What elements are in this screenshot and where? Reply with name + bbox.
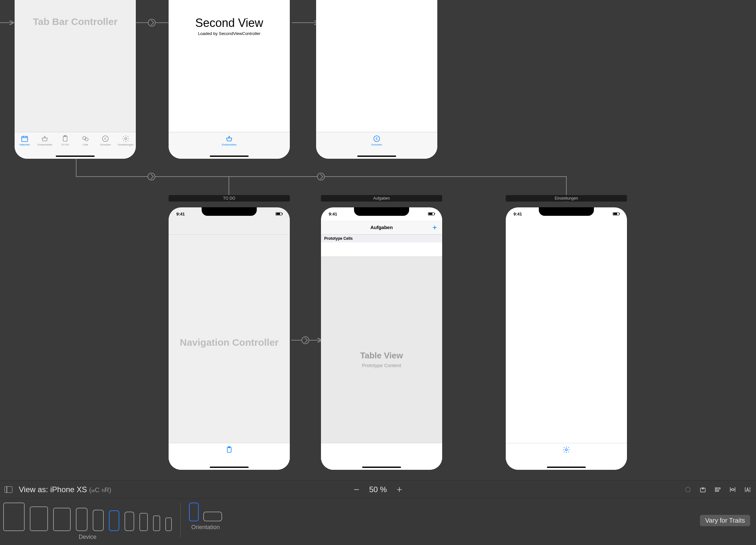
zoom-in-button[interactable]: + — [396, 485, 402, 494]
device-iphone-xs[interactable] — [109, 510, 119, 531]
tab-einstellungen[interactable]: Einstellungen — [116, 132, 136, 159]
device-ipad-11[interactable] — [30, 506, 48, 531]
chat-icon — [81, 135, 89, 143]
device-iphone-8[interactable] — [139, 513, 148, 531]
tab-bar-single: € Schulden — [316, 132, 437, 159]
status-time: 9:41 — [514, 212, 522, 217]
nav-title: Aufgaben — [370, 225, 393, 230]
zoom-out-button[interactable]: − — [354, 485, 360, 494]
scene-label-einstellungen[interactable]: Einstellungen — [506, 195, 627, 202]
clipboard-icon — [61, 135, 69, 143]
tab-label: TO DO — [61, 143, 69, 146]
tab-label: Einkaufsliste — [222, 143, 237, 146]
gear-icon — [122, 135, 130, 143]
scene-label-aufgaben[interactable]: Aufgaben — [321, 195, 442, 202]
tab-einkaufsliste[interactable]: Einkaufsliste — [216, 132, 242, 159]
device-ipad-9-7[interactable] — [53, 508, 71, 531]
calendar-icon — [21, 135, 29, 143]
segue-icon[interactable] — [148, 173, 155, 181]
segue-icon[interactable] — [148, 19, 156, 27]
tab-schulden[interactable]: € Schulden — [364, 132, 390, 159]
orientation-landscape[interactable] — [203, 512, 222, 521]
device-bar: View as: iPhone XS (wC hR) − 50 % + — [0, 480, 756, 545]
scene-einstellungen[interactable]: 9:41 — [506, 207, 627, 470]
segue-icon[interactable] — [301, 336, 309, 344]
resolve-issues-icon[interactable] — [744, 486, 751, 493]
nav-bar: Aufgaben + — [321, 220, 442, 235]
align-icon[interactable] — [714, 486, 722, 493]
scene-schulden[interactable]: € Schulden — [316, 0, 437, 159]
update-frames-icon[interactable] — [684, 486, 692, 493]
tab-kalender[interactable]: Kalender — [15, 132, 35, 159]
home-indicator — [357, 156, 396, 157]
home-indicator — [210, 156, 249, 157]
tab-label: Schulden — [371, 143, 382, 146]
device-bar-header: View as: iPhone XS (wC hR) − 50 % + — [0, 480, 756, 499]
svg-point-21 — [565, 449, 567, 451]
svg-rect-26 — [716, 490, 718, 491]
tab-einstellungen[interactable] — [553, 443, 579, 470]
euro-icon: € — [101, 135, 109, 143]
tab-todo[interactable] — [216, 443, 242, 470]
status-bar: 9:41 — [169, 207, 290, 220]
svg-rect-6 — [22, 136, 28, 142]
tab-label: Einkaufsliste — [38, 143, 52, 146]
embed-in-icon[interactable] — [699, 486, 707, 493]
clipboard-icon — [225, 446, 233, 454]
tab-bar-single — [506, 443, 627, 470]
prototype-cell[interactable] — [321, 243, 442, 257]
tab-todo[interactable]: TO DO — [55, 132, 75, 159]
table-view-area[interactable]: Table View Prototype Content — [321, 257, 442, 443]
device-iphone-8-plus[interactable] — [124, 512, 134, 531]
panel-toggle-icon[interactable] — [5, 486, 12, 493]
svg-rect-25 — [716, 488, 720, 489]
basket-icon — [41, 135, 49, 143]
scene-aufgaben-table[interactable]: 9:41 Aufgaben + Prototype Cells Table Vi… — [321, 207, 442, 470]
home-indicator — [547, 467, 586, 468]
status-bar: 9:41 — [321, 207, 442, 220]
battery-icon — [613, 212, 619, 216]
euro-icon: € — [373, 135, 381, 143]
device-iphone-se[interactable] — [153, 515, 160, 531]
table-view-title: Table View — [321, 350, 442, 361]
svg-point-22 — [686, 487, 691, 492]
device-iphone-xr[interactable] — [93, 510, 104, 531]
segue-icon[interactable] — [317, 173, 325, 181]
svg-text:€: € — [376, 137, 378, 141]
scene-second-view[interactable]: Second View Loaded by SecondViewControll… — [169, 0, 290, 159]
tab-einkaufsliste[interactable]: Einkaufsliste — [35, 132, 55, 159]
prototype-cells-header: Prototype Cells — [321, 235, 442, 243]
view-as-label[interactable]: View as: iPhone XS (wC hR) — [19, 485, 111, 494]
status-bar: 9:41 — [506, 207, 627, 220]
pin-constraints-icon[interactable] — [729, 486, 737, 493]
table-view-subtitle: Prototype Content — [321, 362, 442, 368]
device-group-label: Device — [78, 534, 96, 540]
home-indicator — [56, 156, 95, 157]
device-iphone-xs-max[interactable] — [76, 508, 88, 531]
device-picker-row: Device Orientation — [0, 499, 756, 540]
device-ipad-12-9[interactable] — [3, 503, 25, 531]
device-group: Device — [3, 503, 172, 540]
storyboard-canvas[interactable]: Tab Bar Controller Kalender Einkaufslist… — [0, 0, 756, 480]
second-view-subtitle: Loaded by SecondViewController — [169, 31, 290, 36]
tab-bar: Kalender Einkaufsliste TO DO Chat € Schu… — [15, 132, 136, 159]
add-button[interactable]: + — [432, 223, 437, 232]
tab-chat[interactable]: Chat — [75, 132, 95, 159]
vary-for-traits-button[interactable]: Vary for Traits — [700, 515, 750, 526]
device-iphone-4s[interactable] — [165, 517, 172, 531]
tab-label: Einstellungen — [118, 143, 134, 146]
scene-tab-bar-controller[interactable]: Tab Bar Controller Kalender Einkaufslist… — [15, 0, 136, 159]
zoom-value: 50 % — [369, 485, 387, 494]
tab-label: Schulden — [100, 143, 111, 146]
battery-icon — [428, 212, 434, 216]
scene-navigation-controller[interactable]: 9:41 Navigation Controller — [169, 207, 290, 470]
home-indicator — [210, 467, 249, 468]
orientation-group: Orientation — [189, 503, 222, 531]
tab-bar-single: Einkaufsliste — [169, 132, 290, 159]
battery-icon — [276, 212, 282, 216]
svg-point-16 — [125, 138, 127, 140]
tab-schulden[interactable]: € Schulden — [95, 132, 115, 159]
scene-label-todo[interactable]: TO DO — [169, 195, 290, 202]
second-view-title: Second View — [169, 16, 290, 30]
orientation-portrait[interactable] — [189, 503, 199, 521]
